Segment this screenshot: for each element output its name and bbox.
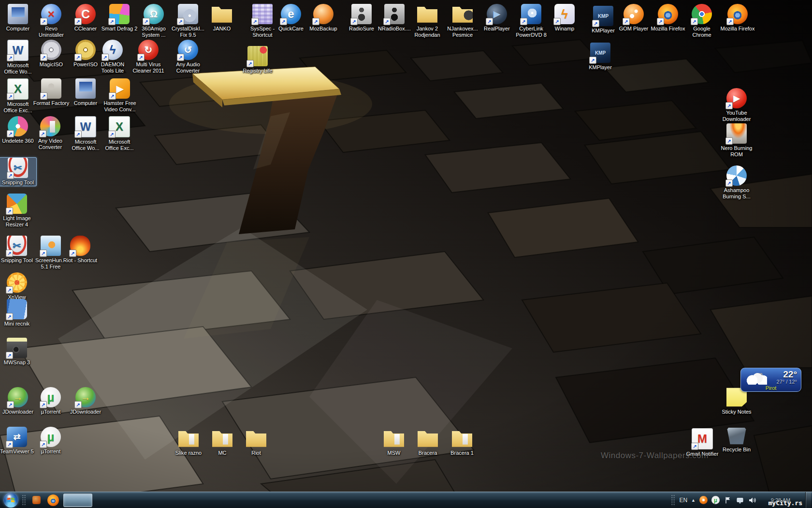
desktop-icon-label: Jankov 2 Rodjendan [409, 26, 446, 38]
kmplayer-icon [590, 43, 610, 63]
desktop-icon[interactable]: µTorrent [32, 387, 69, 415]
desktop-icon[interactable]: Mini recnik [0, 299, 35, 327]
registrylife-icon [247, 46, 268, 66]
show-desktop-button[interactable] [805, 492, 811, 508]
desktop-icon-label: MC [204, 450, 241, 456]
desktop-icon[interactable]: µTorrent [32, 427, 69, 455]
start-button[interactable] [3, 493, 18, 508]
desktop-icon-label: CyberLink PowerDVD 8 [513, 26, 550, 38]
desktop-icon-label: Undelete 360 [0, 138, 36, 144]
desktop-icon[interactable]: Jankov 2 Rodjendan [409, 4, 446, 38]
desktop-icon[interactable]: MC [204, 428, 241, 456]
language-indicator[interactable]: EN [679, 497, 687, 504]
show-hidden-icons-button[interactable]: ▲ [691, 498, 696, 503]
weather-widget[interactable]: 22° 27° / 12° Pirot [740, 368, 801, 392]
desktop-icon[interactable]: CyberLink PowerDVD 8 [513, 4, 550, 38]
desktop-icon[interactable]: Hamster Free Video Conv... [102, 78, 138, 113]
desktop-icon[interactable]: Multi Virus Cleaner 2011 [130, 40, 167, 74]
desktop-icon[interactable]: DAEMON Tools Lite [94, 40, 131, 74]
desktop-icon[interactable]: Registry Life [239, 46, 276, 74]
desktop-icon[interactable]: MSW [376, 428, 412, 456]
desktop-icon-label: Hamster Free Video Conv... [102, 100, 138, 113]
desktop-icon[interactable]: Snipping Tool [0, 157, 37, 186]
cyberlink-icon [521, 4, 541, 24]
syspec-icon [252, 4, 273, 24]
desktop-icon[interactable]: 360Amigo System ... [135, 4, 172, 38]
flag-tray-icon[interactable] [724, 496, 732, 504]
desktop-icon-label: DAEMON Tools Lite [94, 61, 131, 74]
desktop-icon[interactable]: Google Chrome [683, 4, 720, 38]
desktop-icon[interactable]: CrystalDiskI... Fix 9.5 [170, 4, 206, 38]
desktop-icon[interactable]: Light Image Resizer 4 [0, 194, 35, 228]
ccleaner-icon [75, 4, 96, 24]
desktop-icon[interactable]: Microsoft Office Exc... [101, 116, 138, 151]
weather-cloud-icon [746, 373, 767, 385]
desktop-icon[interactable]: Revo Uninstaller [33, 4, 70, 38]
jdownloader-icon [8, 387, 28, 407]
desktop-icon[interactable]: Smart Defrag 2 [101, 4, 138, 32]
desktop-icon[interactable]: TeamViewer 5 [0, 427, 35, 455]
desktop-icon[interactable]: NJankovex... Pesmice [444, 4, 481, 38]
desktop-icon[interactable]: Microsoft Office Exc... [0, 78, 36, 114]
desktop-icon[interactable]: Computer [0, 4, 36, 32]
desktop: ComputerRevo UninstallerCCleanerSmart De… [0, 0, 812, 508]
excel-icon [7, 78, 29, 100]
firefox-icon [727, 4, 748, 24]
desktop-icon[interactable]: RadioSure [343, 4, 380, 32]
utorrent-tray-icon[interactable] [711, 496, 720, 504]
desktop-icon[interactable]: Ashampoo Burning S... [718, 165, 755, 200]
daemon-icon [102, 40, 123, 60]
firefox-taskbar-button[interactable] [46, 493, 60, 507]
desktop-icon-label: MozBackup [305, 26, 342, 32]
desktop-icon[interactable]: Riot - Shortcut [62, 236, 99, 264]
desktop-icon[interactable]: Mozilla Firefox [719, 4, 756, 32]
desktop-icon[interactable]: MWSnap 3 [0, 338, 35, 366]
desktop-icon[interactable]: Winamp [546, 4, 583, 32]
desktop-icon[interactable]: Mozilla Firefox [650, 4, 686, 32]
desktop-icon[interactable]: Any Video Converter [32, 116, 69, 150]
avast-tray-icon[interactable] [699, 496, 708, 504]
desktop-icon[interactable]: MozBackup [305, 4, 342, 32]
desktop-icon[interactable]: CCleaner [67, 4, 104, 32]
desktop-icon[interactable]: JANKO [203, 4, 240, 32]
speaker-tray-icon[interactable] [748, 496, 756, 504]
desktop-icon[interactable]: XnView [0, 272, 35, 300]
firefox-icon [658, 4, 678, 24]
desktop-icon[interactable]: RealPlayer [478, 4, 515, 32]
desktop-icon[interactable]: JDownloader [67, 387, 104, 415]
desktop-icon[interactable]: KMPlayer [582, 43, 619, 71]
open-window-button[interactable] [63, 493, 92, 507]
jdownloader-icon [75, 387, 96, 407]
word-icon [75, 116, 96, 137]
desktop-icon[interactable]: QuickCare [273, 4, 309, 32]
desktop-icon[interactable]: Undelete 360 [0, 116, 36, 144]
desktop-icon[interactable]: Nero Burning ROM [718, 123, 755, 158]
desktop-icon[interactable]: Microsoft Office Wo... [0, 40, 36, 75]
taskbar-clock[interactable]: 9:28 AM myCity.rs [760, 492, 801, 508]
desktop-icon[interactable]: GOM Player [615, 4, 652, 32]
taskbar-drag-handle[interactable] [22, 494, 26, 506]
desktop-icon[interactable]: JDownloader [0, 387, 36, 415]
desktop-icon[interactable]: Recycle Bin [718, 425, 755, 453]
taskbar-watermark: myCity.rs [768, 499, 802, 507]
gmail-icon [692, 428, 713, 449]
desktop-icon[interactable]: Bracera [409, 428, 446, 456]
desktop-icon[interactable]: Snipping Tool [0, 236, 35, 264]
desktop-icon-label: Snipping Tool [0, 179, 36, 186]
desktop-icon[interactable]: NRadioBox.... [376, 4, 413, 32]
desktop-icon-label: Mozilla Firefox [650, 26, 686, 32]
desktop-icon[interactable]: Bracera 1 [444, 428, 480, 456]
desktop-icon[interactable]: YouTube Downloader [718, 88, 755, 122]
tray-drag-handle[interactable] [671, 494, 675, 506]
pinned-app-button[interactable] [29, 493, 43, 507]
desktop-icon[interactable]: Riot [238, 428, 275, 456]
desktop-icon[interactable]: MagicISO [33, 40, 70, 68]
desktop-icon[interactable]: Microsoft Office Wo... [67, 116, 104, 151]
desktop-icon[interactable]: Format Factory [33, 78, 70, 106]
desktop-icon[interactable]: Any Audio Converter [170, 40, 206, 74]
desktop-icon[interactable]: Slike razno [170, 428, 207, 456]
riot-icon [70, 236, 90, 256]
monitor-tray-icon[interactable] [736, 496, 744, 504]
desktop-icon-label: Mozilla Firefox [719, 26, 756, 32]
desktop-icon[interactable]: Computer [67, 78, 104, 106]
